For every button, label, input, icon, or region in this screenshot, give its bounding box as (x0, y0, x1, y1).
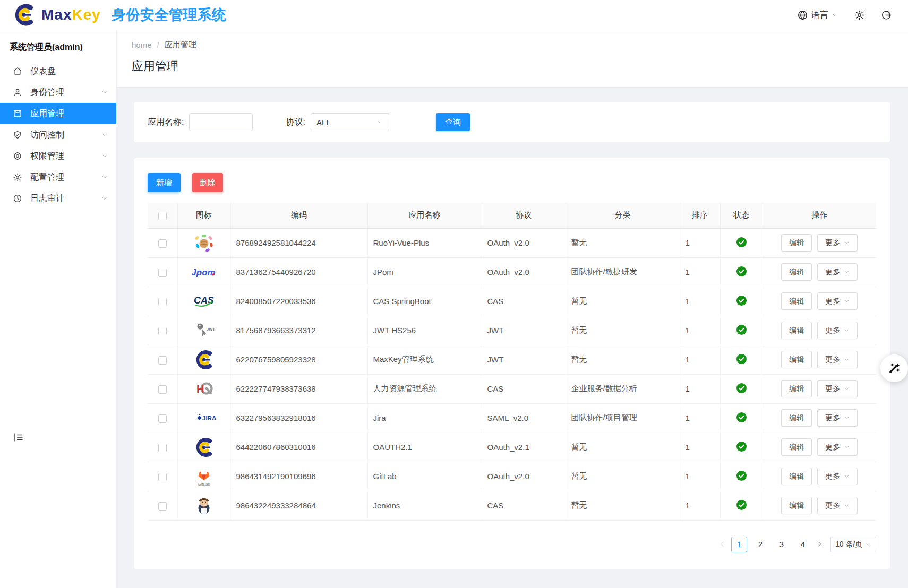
cell-protocol: JWT (482, 345, 566, 374)
menu-fold-icon[interactable] (13, 431, 24, 443)
language-switch[interactable]: 语言 (797, 10, 838, 21)
delete-button[interactable]: 删除 (192, 173, 223, 192)
chevron-down-icon (844, 240, 850, 246)
edit-button[interactable]: 编辑 (781, 263, 812, 281)
brand-max: Max (41, 6, 72, 23)
sidebar-item-label: 日志审计 (30, 193, 93, 204)
cell-category: 暂无 (566, 462, 680, 491)
sidebar-item-label: 身份管理 (30, 87, 93, 98)
cell-protocol: OAuth_v2.1 (482, 433, 566, 462)
sidebar-item-label: 配置管理 (30, 172, 93, 183)
page-header: home / 应用管理 应用管理 (117, 30, 908, 88)
row-checkbox[interactable] (158, 327, 167, 335)
page-size-value: 10 条/页 (835, 540, 865, 549)
chevron-down-icon (844, 415, 850, 421)
cell-sort: 1 (680, 287, 720, 316)
search-button[interactable]: 查询 (436, 113, 470, 131)
more-button[interactable]: 更多 (817, 497, 858, 514)
app-window-icon (13, 109, 22, 118)
edit-button[interactable]: 编辑 (781, 234, 812, 252)
edit-button[interactable]: 编辑 (781, 409, 812, 427)
table-row: JWT817568793663373312JWT HS256JWT暂无1编辑更多 (148, 316, 876, 345)
row-checkbox[interactable] (158, 385, 167, 394)
edit-button[interactable]: 编辑 (781, 438, 812, 456)
cell-category: 暂无 (566, 316, 680, 345)
next-page-icon[interactable] (816, 541, 823, 548)
settings-gear-icon[interactable] (854, 10, 865, 21)
hr-logo: H (192, 377, 216, 401)
more-button[interactable]: 更多 (817, 409, 858, 427)
table-row: 644220607860310016OAUTH2.1OAuth_v2.1暂无1编… (148, 433, 876, 462)
col-header-code: 编码 (230, 203, 367, 228)
sidebar: 系统管理员(admin) 仪表盘身份管理应用管理访问控制权限管理配置管理日志审计 (0, 30, 117, 588)
user-icon (13, 88, 22, 97)
chevron-down-icon (844, 386, 850, 392)
row-checkbox[interactable] (158, 502, 167, 511)
app-name-input[interactable] (189, 113, 253, 131)
app-name-label: 应用名称: (148, 117, 184, 128)
edit-button[interactable]: 编辑 (781, 322, 812, 339)
svg-text:JWT: JWT (207, 327, 215, 332)
edit-button[interactable]: 编辑 (781, 380, 812, 397)
more-button[interactable]: 更多 (817, 438, 858, 456)
chevron-down-icon (101, 153, 108, 159)
cell-sort: 1 (680, 345, 720, 374)
more-label: 更多 (825, 326, 840, 335)
sidebar-menu: 仪表盘身份管理应用管理访问控制权限管理配置管理日志审计 (0, 60, 116, 209)
cell-sort: 1 (680, 462, 720, 491)
more-button[interactable]: 更多 (817, 322, 858, 339)
sidebar-item-applications[interactable]: 应用管理 (0, 103, 116, 124)
chevron-down-icon (377, 119, 383, 125)
row-checkbox[interactable] (158, 356, 167, 365)
edit-button[interactable]: 编辑 (781, 497, 812, 514)
sidebar-item-access-control[interactable]: 访问控制 (0, 124, 116, 145)
page-button-4[interactable]: 4 (795, 537, 811, 552)
row-checkbox[interactable] (158, 444, 167, 452)
cell-category: 企业服务/数据分析 (566, 374, 680, 403)
table-row: GitLab986431492190109696GitLabOAuth_v2.0… (148, 462, 876, 491)
magic-wand-button[interactable] (880, 354, 908, 382)
prev-page-icon[interactable] (719, 541, 726, 548)
cell-protocol: JWT (482, 316, 566, 345)
more-button[interactable]: 更多 (817, 380, 858, 397)
sidebar-item-configuration[interactable]: 配置管理 (0, 167, 116, 188)
applications-table: 图标 编码 应用名称 协议 分类 排序 状态 操作 87689249258104… (148, 203, 876, 521)
more-label: 更多 (825, 267, 840, 277)
row-checkbox[interactable] (158, 473, 167, 481)
sidebar-item-permissions[interactable]: 权限管理 (0, 145, 116, 167)
add-button[interactable]: 新增 (148, 173, 181, 192)
maxkey-logo (192, 348, 216, 371)
col-header-category: 分类 (566, 203, 680, 228)
row-checkbox[interactable] (158, 239, 167, 248)
page-button-1[interactable]: 1 (731, 537, 747, 552)
row-checkbox[interactable] (158, 298, 167, 306)
page-size-select[interactable]: 10 条/页 (830, 537, 876, 552)
protocol-select[interactable]: ALL (311, 113, 389, 131)
edit-button[interactable]: 编辑 (781, 351, 812, 368)
more-button[interactable]: 更多 (817, 292, 858, 310)
more-button[interactable]: 更多 (817, 468, 858, 485)
select-all-checkbox[interactable] (158, 212, 167, 220)
edit-button[interactable]: 编辑 (781, 468, 812, 485)
brand-key: Key (72, 6, 100, 23)
cell-category: 暂无 (566, 287, 680, 316)
status-enabled-icon (736, 383, 747, 393)
chevron-down-icon (101, 89, 108, 96)
table-row: H622227747938373638人力资源管理系统CAS企业服务/数据分析1… (148, 374, 876, 403)
sidebar-item-audit[interactable]: 日志审计 (0, 188, 116, 209)
edit-button[interactable]: 编辑 (781, 292, 812, 310)
sidebar-item-identity[interactable]: 身份管理 (0, 82, 116, 103)
breadcrumb-home[interactable]: home (132, 40, 152, 49)
row-checkbox[interactable] (158, 414, 167, 423)
page-button-2[interactable]: 2 (752, 537, 768, 552)
cell-sort: 1 (680, 228, 720, 257)
logout-icon[interactable] (881, 10, 892, 21)
page-button-3[interactable]: 3 (774, 537, 790, 552)
more-button[interactable]: 更多 (817, 263, 858, 281)
sidebar-item-dashboard[interactable]: 仪表盘 (0, 60, 116, 82)
cell-code: 986432249333284864 (230, 491, 367, 520)
more-button[interactable]: 更多 (817, 234, 858, 252)
more-button[interactable]: 更多 (817, 351, 858, 368)
cell-code: 986431492190109696 (230, 462, 367, 491)
row-checkbox[interactable] (158, 269, 167, 277)
